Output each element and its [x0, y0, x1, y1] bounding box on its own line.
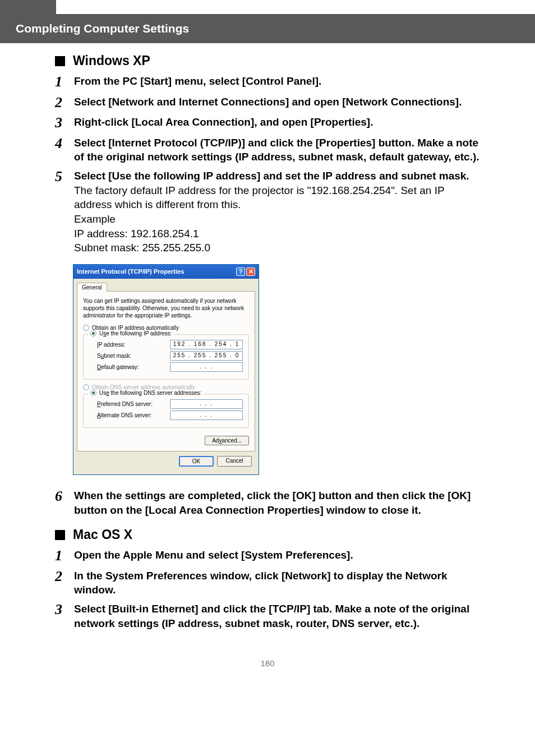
square-bullet-icon [55, 56, 65, 66]
step-text: Open the Apple Menu and select [System P… [74, 549, 353, 561]
step-number: 6 [55, 488, 74, 517]
step-text-plain: The factory default IP address for the p… [74, 185, 444, 254]
page-content: Windows XP 1 From the PC [Start] menu, s… [0, 43, 535, 690]
winxp-step-4: 4 Select [Internet Protocol (TCP/IP)] an… [55, 136, 480, 164]
step-text: Select [Network and Internet Connections… [74, 96, 462, 108]
top-accent-bar [0, 0, 56, 14]
macosx-step-1: 1 Open the Apple Menu and select [System… [55, 548, 480, 564]
tcpip-properties-dialog-illustration: Internet Protocol (TCP/IP) Properties ? … [73, 264, 480, 475]
tcpip-dialog: Internet Protocol (TCP/IP) Properties ? … [73, 264, 259, 475]
winxp-step-1: 1 From the PC [Start] menu, select [Cont… [55, 74, 480, 90]
square-bullet-icon [55, 530, 65, 540]
subnet-mask-input[interactable]: 255 . 255 . 255 . 0 [170, 351, 243, 361]
step-number: 2 [55, 569, 74, 597]
use-dns-group: Use the following DNS server addresses: … [83, 394, 249, 428]
dialog-description: You can get IP settings assigned automat… [83, 297, 249, 319]
alternate-dns-input[interactable]: . . . [170, 411, 243, 420]
alternate-dns-row: Alternate DNS server: . . . [88, 411, 244, 420]
close-icon[interactable]: ✕ [246, 268, 255, 276]
advanced-button[interactable]: Advanced... [205, 436, 249, 445]
section-header-title: Completing Computer Settings [16, 22, 519, 35]
step-text: In the System Preferences window, click … [74, 570, 448, 596]
preferred-dns-row: Preferred DNS server: . . . [88, 399, 244, 409]
preferred-dns-input[interactable]: . . . [170, 399, 243, 409]
step-text-bold: Select [Use the following IP address] an… [74, 170, 469, 182]
general-tab[interactable]: General [77, 283, 107, 292]
default-gateway-input[interactable]: . . . [170, 362, 243, 372]
step-number: 3 [55, 602, 74, 630]
ok-button[interactable]: OK [179, 456, 214, 467]
step-number: 5 [55, 169, 74, 255]
ip-address-row: IP address: 192 . 168 . 254 . 1 [88, 340, 244, 349]
radio-icon [90, 330, 96, 336]
use-following-dns-radio[interactable]: Use the following DNS server addresses: [88, 390, 204, 396]
dialog-title: Internet Protocol (TCP/IP) Properties [77, 268, 184, 275]
use-following-ip-radio[interactable]: Use the following IP address: [88, 330, 174, 336]
macosx-heading: Mac OS X [55, 527, 480, 542]
step-text: Select [Built-in Ethernet] and click the… [74, 603, 469, 629]
winxp-step-6: 6 When the settings are completed, click… [55, 488, 480, 517]
step-text: From the PC [Start] menu, select [Contro… [74, 75, 321, 87]
page-number: 180 [55, 658, 480, 668]
step-number: 1 [55, 74, 74, 90]
winxp-step-3: 3 Right-click [Local Area Connection], a… [55, 115, 480, 131]
step-text: When the settings are completed, click t… [74, 490, 471, 516]
step-number: 1 [55, 548, 74, 564]
cancel-button[interactable]: Cancel [217, 456, 252, 467]
step-number: 2 [55, 95, 74, 111]
winxp-step-5: 5 Select [Use the following IP address] … [55, 169, 480, 255]
subnet-mask-row: Subnet mask: 255 . 255 . 255 . 0 [88, 351, 244, 361]
macosx-step-3: 3 Select [Built-in Ethernet] and click t… [55, 602, 480, 630]
use-ip-group: Use the following IP address: IP address… [83, 334, 249, 380]
step-text: Select [Internet Protocol (TCP/IP)] and … [74, 137, 479, 163]
windows-xp-heading: Windows XP [55, 53, 480, 68]
winxp-step-2: 2 Select [Network and Internet Connectio… [55, 95, 480, 111]
step-number: 4 [55, 136, 74, 164]
radio-icon [90, 390, 96, 396]
macosx-title: Mac OS X [73, 527, 132, 542]
windows-xp-title: Windows XP [73, 53, 150, 68]
step-number: 3 [55, 115, 74, 131]
macosx-step-2: 2 In the System Preferences window, clic… [55, 569, 480, 597]
default-gateway-row: Default gateway: . . . [88, 362, 244, 372]
help-icon[interactable]: ? [236, 268, 245, 276]
ip-address-input[interactable]: 192 . 168 . 254 . 1 [170, 340, 243, 349]
section-header-band: Completing Computer Settings [0, 14, 535, 43]
step-text: Right-click [Local Area Connection], and… [74, 116, 373, 128]
dialog-titlebar: Internet Protocol (TCP/IP) Properties ? … [73, 265, 259, 279]
